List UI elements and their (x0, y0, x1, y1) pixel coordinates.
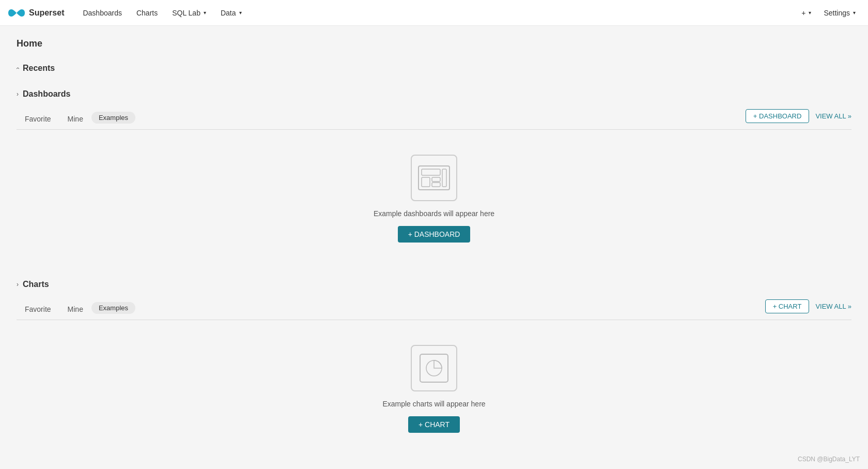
superset-logo-icon (8, 5, 25, 21)
dashboards-tabs-row: Favorite Mine Examples + DASHBOARD VIEW … (17, 103, 851, 130)
recents-title: Recents (23, 64, 55, 73)
charts-tabs-row: Favorite Mine Examples + CHART VIEW ALL … (17, 293, 851, 320)
dashboards-body: Favorite Mine Examples + DASHBOARD VIEW … (17, 103, 851, 267)
svg-rect-2 (422, 177, 430, 187)
dashboards-tab-mine[interactable]: Mine (59, 112, 91, 127)
recents-chevron-icon: › (14, 67, 21, 69)
dashboards-section-header[interactable]: › Dashboards (17, 85, 851, 103)
dashboards-empty-add-button[interactable]: + DASHBOARD (398, 226, 471, 243)
nav-links: Dashboards Charts SQL Lab ▾ Data ▾ (76, 6, 797, 20)
nav-right: + ▾ Settings ▾ (797, 7, 860, 19)
saved-queries-section-header[interactable]: › Saved queries (17, 466, 851, 469)
nav-charts[interactable]: Charts (130, 6, 164, 20)
charts-tab-examples[interactable]: Examples (91, 302, 135, 314)
dashboards-empty-text: Example dashboards will appear here (374, 209, 494, 218)
charts-tab-favorite[interactable]: Favorite (17, 302, 59, 317)
dashboards-tab-favorite[interactable]: Favorite (17, 112, 59, 127)
view-all-dashboards-link[interactable]: VIEW ALL » (815, 112, 851, 120)
page-title: Home (17, 38, 851, 49)
charts-empty-icon (411, 345, 457, 391)
charts-empty-add-button[interactable]: + CHART (408, 416, 460, 433)
charts-tab-mine[interactable]: Mine (59, 302, 91, 317)
svg-rect-5 (442, 169, 446, 187)
charts-section-header[interactable]: › Charts (17, 276, 851, 293)
main-content: Home › Recents › Dashboards Favorite Min… (0, 26, 868, 469)
data-dropdown-icon: ▾ (239, 10, 242, 16)
saved-queries-section: › Saved queries (17, 466, 851, 469)
nav-dashboards[interactable]: Dashboards (76, 6, 128, 20)
nav-plus-button[interactable]: + ▾ (797, 7, 815, 19)
dashboards-empty-icon (411, 155, 457, 201)
charts-empty-text: Example charts will appear here (382, 400, 485, 408)
charts-title: Charts (23, 280, 49, 289)
dashboard-placeholder-icon (417, 165, 451, 191)
charts-empty-state: Example charts will appear here + CHART (17, 320, 851, 458)
recents-section-header[interactable]: › Recents (17, 59, 851, 77)
svg-rect-0 (419, 166, 450, 190)
charts-chevron-icon: › (17, 281, 19, 288)
svg-rect-1 (422, 169, 440, 175)
dashboards-tab-actions: + DASHBOARD VIEW ALL » (746, 109, 851, 129)
brand-logo-link[interactable]: Superset (8, 5, 64, 21)
charts-section: › Charts Favorite Mine Examples + CHART … (17, 276, 851, 458)
svg-rect-4 (432, 183, 440, 187)
charts-tab-actions: + CHART VIEW ALL » (765, 299, 851, 320)
nav-settings-button[interactable]: Settings ▾ (819, 7, 860, 19)
recents-section: › Recents (17, 59, 851, 77)
chart-placeholder-icon (419, 353, 449, 383)
dashboards-section: › Dashboards Favorite Mine Examples + DA… (17, 85, 851, 267)
add-chart-button[interactable]: + CHART (765, 299, 810, 313)
plus-dropdown-icon: ▾ (809, 10, 811, 16)
svg-rect-3 (432, 177, 440, 181)
charts-body: Favorite Mine Examples + CHART VIEW ALL … (17, 293, 851, 458)
dashboards-chevron-icon: › (17, 90, 19, 98)
nav-sqllab[interactable]: SQL Lab ▾ (166, 6, 212, 20)
navbar: Superset Dashboards Charts SQL Lab ▾ Dat… (0, 0, 868, 26)
dashboards-empty-state: Example dashboards will appear here + DA… (17, 130, 851, 267)
brand-name: Superset (29, 8, 64, 18)
nav-data[interactable]: Data ▾ (214, 6, 248, 20)
dashboards-tab-examples[interactable]: Examples (91, 112, 135, 124)
settings-dropdown-icon: ▾ (853, 10, 856, 16)
watermark: CSDN @BigData_LYT (798, 456, 860, 463)
dashboards-title: Dashboards (23, 89, 70, 99)
view-all-charts-link[interactable]: VIEW ALL » (815, 302, 851, 310)
add-dashboard-button[interactable]: + DASHBOARD (746, 109, 810, 123)
sqllab-dropdown-icon: ▾ (204, 10, 206, 16)
